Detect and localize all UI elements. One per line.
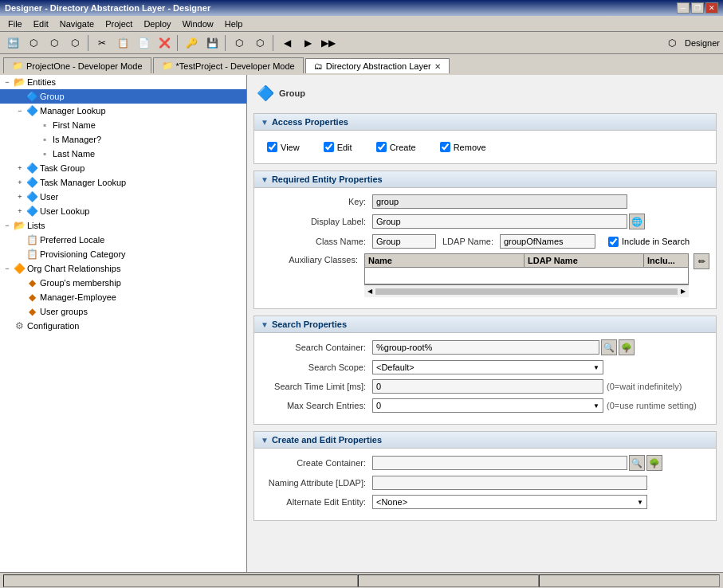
tree-item-groups-membership[interactable]: ◆ Group's membership <box>0 276 246 290</box>
toggle-org-chart[interactable]: − <box>2 263 13 274</box>
search-scope-value: <Default> <box>376 363 415 372</box>
display-label-icon-btn[interactable]: 🌐 <box>629 214 645 229</box>
checkbox-view-input[interactable] <box>267 142 277 152</box>
toolbar-btn-10[interactable]: 💾 <box>202 34 222 52</box>
tab-project-one[interactable]: 📁 ProjectOne - Developer Mode <box>3 57 151 73</box>
toggle-manager-lookup[interactable]: − <box>14 105 26 116</box>
restore-button[interactable]: ❐ <box>691 2 704 14</box>
tree-item-user-lookup[interactable]: + 🔷 User Lookup <box>0 204 246 218</box>
toolbar-btn-7[interactable]: 📄 <box>134 34 153 52</box>
alt-edit-entity-select[interactable]: <None> ▼ <box>372 495 647 509</box>
checkbox-view[interactable]: View <box>267 142 300 152</box>
toggle-task-group[interactable]: + <box>14 163 26 174</box>
classname-input[interactable] <box>372 234 436 249</box>
max-search-select[interactable]: 0 ▼ <box>372 398 603 413</box>
checkbox-create-input[interactable] <box>376 142 387 152</box>
toggle-task-manager-lookup[interactable]: + <box>14 177 26 188</box>
toolbar-btn-3[interactable]: ⬡ <box>45 34 64 52</box>
scroll-track[interactable] <box>375 288 678 295</box>
menu-help[interactable]: Help <box>220 18 248 30</box>
search-container-lookup-btn[interactable]: 🔍 <box>601 339 617 355</box>
include-in-search-checkbox[interactable]: Include in Search <box>608 237 690 247</box>
checkbox-remove-input[interactable] <box>440 142 450 152</box>
key-input[interactable] <box>372 194 627 209</box>
checkbox-create[interactable]: Create <box>376 142 416 152</box>
toolbar-btn-11[interactable]: ⬡ <box>230 34 249 52</box>
toolbar-btn-1[interactable]: 🔙 <box>3 34 22 52</box>
search-scope-select[interactable]: <Default> ▼ <box>372 360 603 374</box>
tree-item-lists[interactable]: − 📂 Lists <box>0 218 246 233</box>
search-scope-label: Search Scope: <box>261 363 372 372</box>
checkbox-remove[interactable]: Remove <box>440 142 486 152</box>
tab-dal-label: Directory Abstraction Layer <box>326 61 431 71</box>
search-header-arrow: ▼ <box>261 320 269 329</box>
menu-navigate[interactable]: Navigate <box>55 18 99 30</box>
aux-edit-btn[interactable]: ✏ <box>694 253 709 269</box>
toolbar-btn-6[interactable]: 📋 <box>113 34 132 52</box>
tree-item-org-chart[interactable]: − 🔶 Org Chart Relationships <box>0 261 246 276</box>
menu-deploy[interactable]: Deploy <box>139 18 175 30</box>
minimize-button[interactable]: ─ <box>677 2 690 14</box>
create-container-lookup-btn[interactable]: 🔍 <box>629 455 645 471</box>
tree-item-provisioning-category[interactable]: 📋 Provisioning Category <box>0 247 246 261</box>
search-container-input[interactable] <box>372 340 599 355</box>
close-button[interactable]: ✕ <box>705 2 718 14</box>
tree-item-configuration[interactable]: ⚙ Configuration <box>0 319 246 333</box>
search-container-tree-btn[interactable]: 🌳 <box>619 339 635 355</box>
toolbar-btn-back[interactable]: ◀ <box>277 34 297 52</box>
window-controls[interactable]: ─ ❐ ✕ <box>677 2 718 14</box>
toolbar-btn-9[interactable]: 🔑 <box>182 34 201 52</box>
tree-label-provisioning-category: Provisioning Category <box>40 249 126 259</box>
toggle-entities[interactable]: − <box>2 76 13 88</box>
toolbar-btn-fwd2[interactable]: ▶▶ <box>319 34 338 52</box>
naming-attr-input[interactable] <box>372 476 647 490</box>
tree-item-group[interactable]: 🔷 Group <box>0 89 246 104</box>
toolbar-btn-12[interactable]: ⬡ <box>250 34 269 52</box>
toggle-user[interactable]: + <box>14 191 26 202</box>
tree-item-task-group[interactable]: + 🔷 Task Group <box>0 161 246 175</box>
menu-project[interactable]: Project <box>100 18 137 30</box>
tree-item-preferred-locale[interactable]: 📋 Preferred Locale <box>0 233 246 247</box>
scroll-left-btn[interactable]: ◀ <box>366 288 374 295</box>
menu-file[interactable]: File <box>3 18 27 30</box>
tree-item-first-name[interactable]: ▪ First Name <box>0 118 246 132</box>
tree-item-task-manager-lookup[interactable]: + 🔷 Task Manager Lookup <box>0 175 246 190</box>
field-icon-first-name: ▪ <box>38 119 51 131</box>
menu-bar: File Edit Navigate Project Deploy Window… <box>0 16 723 32</box>
toggle-lists[interactable]: − <box>2 220 13 231</box>
tab-dal-close[interactable]: ✕ <box>434 62 441 71</box>
search-time-input[interactable] <box>372 379 603 394</box>
search-properties-section: ▼ Search Properties Search Container: 🔍 … <box>253 316 717 425</box>
toolbar-btn-2[interactable]: ⬡ <box>24 34 43 52</box>
aux-table-header: Name LDAP Name Inclu... <box>365 254 688 268</box>
display-label-input[interactable] <box>372 214 627 229</box>
toggle-user-lookup[interactable]: + <box>14 206 26 217</box>
menu-edit[interactable]: Edit <box>29 18 53 30</box>
include-in-search-input[interactable] <box>608 237 619 247</box>
toolbar-btn-8[interactable]: ❌ <box>155 34 174 52</box>
toolbar-btn-5[interactable]: ✂ <box>92 34 112 52</box>
tree-item-is-manager[interactable]: ▪ Is Manager? <box>0 132 246 147</box>
create-container-input[interactable] <box>372 456 627 470</box>
tree-item-last-name[interactable]: ▪ Last Name <box>0 147 246 161</box>
tree-item-user-groups[interactable]: ◆ User groups <box>0 304 246 319</box>
toggle-is-manager <box>27 134 38 145</box>
checkbox-create-label: Create <box>390 143 416 152</box>
scroll-right-btn[interactable]: ▶ <box>679 288 687 295</box>
toolbar-btn-fwd[interactable]: ▶ <box>298 34 317 52</box>
tab-test-project[interactable]: 📁 *TestProject - Developer Mode <box>153 57 304 73</box>
toolbar-btn-designer-icon[interactable]: ⬡ <box>662 34 682 52</box>
tree-item-user[interactable]: + 🔷 User <box>0 190 246 204</box>
auxiliary-classes-row: Auxiliary Classes: Name LDAP Name Inclu.… <box>261 253 709 297</box>
create-container-tree-btn[interactable]: 🌳 <box>646 455 662 471</box>
menu-window[interactable]: Window <box>178 18 218 30</box>
tree-item-manager-employee[interactable]: ◆ Manager-Employee <box>0 290 246 304</box>
create-edit-header: ▼ Create and Edit Properties <box>254 432 716 449</box>
tab-dal[interactable]: 🗂 Directory Abstraction Layer ✕ <box>305 58 450 73</box>
toolbar-btn-4[interactable]: ⬡ <box>65 34 84 52</box>
tree-item-entities[interactable]: − 📂 Entities <box>0 75 246 89</box>
ldap-name-input[interactable] <box>500 234 595 249</box>
checkbox-edit[interactable]: Edit <box>324 142 352 152</box>
tree-item-manager-lookup[interactable]: − 🔷 Manager Lookup <box>0 104 246 118</box>
checkbox-edit-input[interactable] <box>324 142 334 152</box>
